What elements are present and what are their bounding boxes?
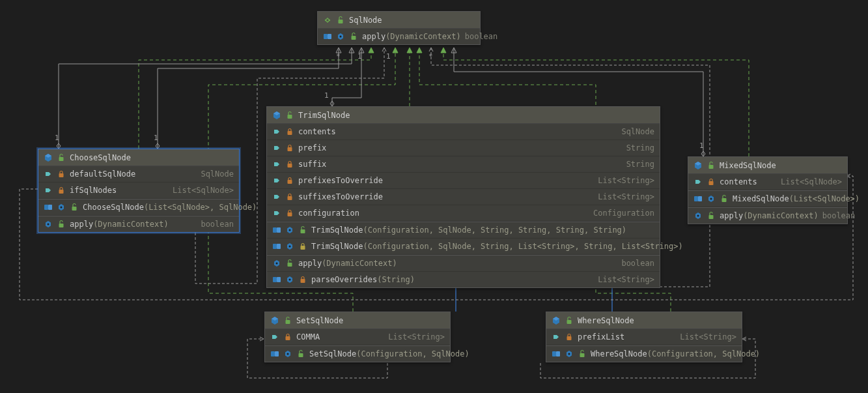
field-row[interactable]: suffixesToOverrideList<String> xyxy=(267,189,660,205)
method-override-icon xyxy=(693,194,703,203)
method-name: apply xyxy=(362,32,385,41)
mult-label: * xyxy=(428,52,433,61)
field-row[interactable]: prefixListList<String> xyxy=(546,329,742,345)
field-name: defaultSqlNode xyxy=(70,169,197,179)
lock-closed-icon xyxy=(285,127,294,136)
lock-closed-icon xyxy=(283,332,292,342)
ctor-name: TrimSqlNode xyxy=(311,242,363,251)
method-icon xyxy=(57,203,66,212)
lock-protected-icon xyxy=(298,242,307,251)
lock-closed-icon xyxy=(57,169,66,179)
ctor-row[interactable]: SetSqlNode(Configuration, SqlNode) xyxy=(265,345,450,362)
method-row[interactable]: parseOverrides(String)List<String> xyxy=(267,272,660,287)
field-type: String xyxy=(626,160,654,169)
field-row[interactable]: configurationConfiguration xyxy=(267,205,660,222)
method-icon xyxy=(336,32,345,41)
method-icon xyxy=(285,275,294,284)
class-choosesqlnode[interactable]: ChooseSqlNode defaultSqlNodeSqlNode ifSq… xyxy=(38,149,240,233)
class-header: WhereSqlNode xyxy=(546,312,742,329)
field-type: List<String> xyxy=(598,192,654,201)
lock-open-icon xyxy=(285,111,294,120)
lock-open-icon xyxy=(298,226,307,235)
lock-open-icon xyxy=(296,349,305,358)
lock-open-icon xyxy=(578,349,587,358)
class-icon xyxy=(270,316,279,325)
method-row[interactable]: apply(DynamicContext) boolean xyxy=(318,29,480,44)
ctor-row[interactable]: WhereSqlNode(Configuration, SqlNode) xyxy=(546,345,742,362)
ctor-row[interactable]: MixedSqlNode(List<SqlNode>) xyxy=(688,190,847,207)
field-type: Configuration xyxy=(593,209,654,218)
field-name: prefixList xyxy=(578,332,676,342)
class-header: SqlNode xyxy=(318,12,480,29)
method-icon xyxy=(285,242,294,251)
method-icon xyxy=(707,194,716,203)
lock-closed-icon xyxy=(707,177,716,186)
ctor-row[interactable]: TrimSqlNode(Configuration, SqlNode, Stri… xyxy=(267,239,660,255)
mult-label: * xyxy=(336,52,341,61)
field-icon xyxy=(272,143,281,153)
field-name: COMMA xyxy=(296,332,384,342)
field-type: List<String> xyxy=(598,176,654,185)
ctor-row[interactable]: ChooseSqlNode(List<SqlNode>, SqlNode) xyxy=(38,199,239,216)
field-type: List<String> xyxy=(388,332,445,342)
method-override-icon xyxy=(272,226,281,235)
method-name: apply xyxy=(70,220,93,229)
mult-label: 1 xyxy=(386,52,391,61)
ctor-name: TrimSqlNode xyxy=(311,226,363,235)
class-trimsqlnode[interactable]: TrimSqlNode contentsSqlNode prefixString… xyxy=(266,106,660,288)
field-icon xyxy=(272,176,281,185)
method-override-icon xyxy=(323,32,332,41)
class-icon xyxy=(272,111,281,120)
field-row[interactable]: prefixesToOverrideList<String> xyxy=(267,173,660,189)
ctor-row[interactable]: TrimSqlNode(Configuration, SqlNode, Stri… xyxy=(267,222,660,239)
method-params: (DynamicContext) xyxy=(743,211,819,220)
method-name: parseOverrides xyxy=(311,275,377,284)
field-name: prefixesToOverride xyxy=(298,176,594,185)
method-params: (DynamicContext) xyxy=(385,32,461,41)
field-icon xyxy=(272,127,281,136)
lock-open-icon xyxy=(349,32,358,41)
field-row[interactable]: contentsList<SqlNode> xyxy=(688,174,847,190)
class-name: SqlNode xyxy=(349,16,475,25)
method-params: (String) xyxy=(377,275,415,284)
field-row[interactable]: defaultSqlNodeSqlNode xyxy=(38,166,239,182)
class-wheresqlnode[interactable]: WhereSqlNode prefixListList<String> Wher… xyxy=(546,312,742,362)
method-row[interactable]: apply(DynamicContext)boolean xyxy=(38,216,239,232)
lock-open-icon xyxy=(57,220,66,229)
field-row[interactable]: prefixString xyxy=(267,140,660,156)
class-header: TrimSqlNode xyxy=(267,107,660,124)
field-type: List<SqlNode> xyxy=(173,186,234,195)
method-icon xyxy=(285,226,294,235)
class-icon xyxy=(693,161,703,170)
method-type: boolean xyxy=(822,211,856,220)
class-header: ChooseSqlNode xyxy=(38,149,239,166)
mult-label: 1 xyxy=(699,141,704,150)
class-icon xyxy=(552,316,561,325)
mult-label: 1 xyxy=(357,52,362,61)
method-icon xyxy=(272,259,281,268)
field-type: String xyxy=(626,143,654,153)
field-type: List<String> xyxy=(680,332,736,342)
field-name: contents xyxy=(298,127,617,136)
class-setsqlnode[interactable]: SetSqlNode COMMAList<String> SetSqlNode(… xyxy=(264,312,451,362)
method-row[interactable]: apply(DynamicContext)boolean xyxy=(688,207,847,224)
field-name: ifSqlNodes xyxy=(70,186,169,195)
method-override-icon xyxy=(272,275,281,284)
class-mixedsqlnode[interactable]: MixedSqlNode contentsList<SqlNode> Mixed… xyxy=(688,156,848,224)
field-icon xyxy=(44,186,53,195)
class-sqlnode[interactable]: SqlNode apply(DynamicContext) boolean xyxy=(317,11,481,45)
ctor-params: (List<SqlNode>, SqlNode) xyxy=(144,203,257,212)
lock-open-icon xyxy=(707,211,716,220)
field-row[interactable]: suffixString xyxy=(267,156,660,173)
lock-open-icon xyxy=(57,153,66,162)
lock-open-icon xyxy=(70,203,79,212)
lock-closed-icon xyxy=(285,143,294,153)
field-row[interactable]: ifSqlNodesList<SqlNode> xyxy=(38,182,239,199)
method-row[interactable]: apply(DynamicContext)boolean xyxy=(267,255,660,272)
field-row[interactable]: COMMAList<String> xyxy=(265,329,450,345)
field-row[interactable]: contentsSqlNode xyxy=(267,124,660,140)
field-icon xyxy=(552,332,561,342)
method-type: boolean xyxy=(621,259,654,268)
lock-closed-icon xyxy=(285,176,294,185)
ctor-name: ChooseSqlNode xyxy=(83,203,144,212)
